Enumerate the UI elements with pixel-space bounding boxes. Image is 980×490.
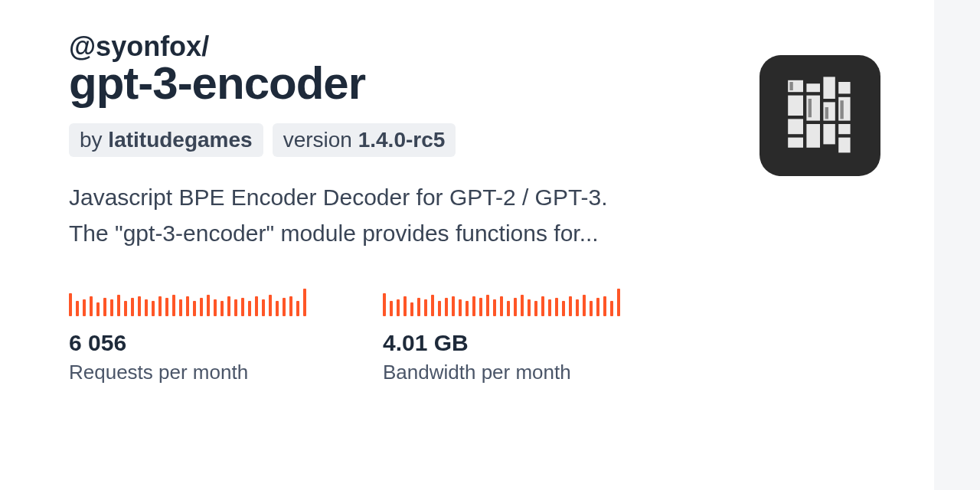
npm-package-icon — [778, 74, 862, 158]
requests-sparkline — [69, 286, 306, 316]
requests-label: Requests per month — [69, 361, 306, 384]
svg-rect-4 — [788, 96, 803, 116]
package-logo — [760, 55, 880, 176]
bandwidth-sparkline — [383, 286, 620, 316]
svg-rect-9 — [806, 124, 820, 148]
author-prefix: by — [80, 128, 108, 152]
requests-value: 6 056 — [69, 330, 306, 356]
svg-rect-1 — [806, 83, 820, 92]
package-name: gpt-3-encoder — [69, 57, 865, 109]
requests-stat: 6 056 Requests per month — [69, 286, 306, 384]
svg-rect-14 — [789, 82, 792, 90]
version-value: 1.4.0-rc5 — [358, 128, 446, 152]
svg-rect-17 — [840, 100, 843, 119]
svg-rect-2 — [823, 77, 835, 99]
package-card: @syonfox/ gpt-3-encoder by latitudegames… — [0, 0, 934, 490]
bandwidth-label: Bandwidth per month — [383, 361, 620, 384]
author-name: latitudegames — [108, 128, 252, 152]
description-line: The "gpt-3-encoder" module provides func… — [69, 216, 697, 252]
svg-rect-10 — [823, 124, 835, 144]
author-badge[interactable]: by latitudegames — [69, 123, 263, 157]
svg-rect-11 — [838, 124, 850, 134]
description-line: Javascript BPE Encoder Decoder for GPT-2… — [69, 180, 697, 216]
svg-rect-15 — [808, 99, 812, 117]
bandwidth-stat: 4.01 GB Bandwidth per month — [383, 286, 620, 384]
svg-rect-12 — [788, 138, 803, 148]
badges-row: by latitudegames version 1.4.0-rc5 — [69, 123, 865, 157]
package-description: Javascript BPE Encoder Decoder for GPT-2… — [69, 180, 697, 251]
svg-rect-8 — [788, 119, 803, 134]
version-prefix: version — [283, 128, 358, 152]
svg-rect-13 — [838, 138, 850, 153]
svg-rect-3 — [838, 82, 850, 93]
bandwidth-value: 4.01 GB — [383, 330, 620, 356]
version-badge[interactable]: version 1.4.0-rc5 — [273, 123, 456, 157]
svg-rect-16 — [825, 107, 828, 119]
stats-row: 6 056 Requests per month 4.01 GB Bandwid… — [69, 286, 865, 384]
